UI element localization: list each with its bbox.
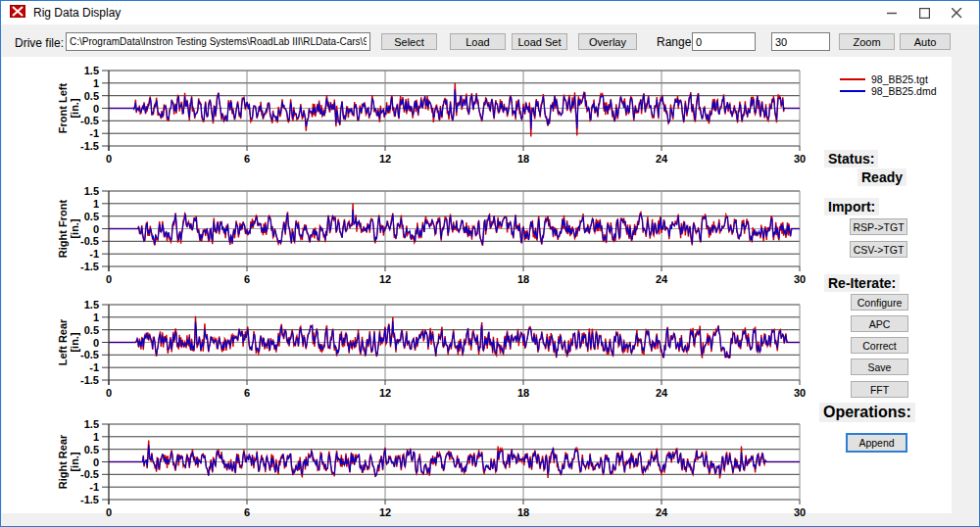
range-to-input[interactable] xyxy=(771,32,830,51)
svg-text:1: 1 xyxy=(93,311,99,323)
legend-item-dmd: 98_BB25.dmd xyxy=(840,85,937,97)
configure-button[interactable]: Configure xyxy=(851,294,908,311)
svg-text:Left Rear[in.]: Left Rear[in.] xyxy=(57,318,80,365)
svg-text:-1.5: -1.5 xyxy=(80,261,99,272)
svg-text:1.5: 1.5 xyxy=(84,185,99,197)
svg-text:0.5: 0.5 xyxy=(84,90,99,102)
svg-text:-0.5: -0.5 xyxy=(80,468,99,480)
chart-front-left[interactable]: 1.510.50-0.5-1-1.50612182430Front Left[i… xyxy=(30,60,814,180)
chart-right-rear[interactable]: 1.510.50-0.5-1-1.50612182430Right Rear[i… xyxy=(30,413,814,527)
select-button[interactable]: Select xyxy=(381,33,437,50)
zoom-button[interactable]: Zoom xyxy=(839,33,895,50)
svg-text:18: 18 xyxy=(517,506,529,518)
rsp-to-tgt-button[interactable]: RSP->TGT xyxy=(850,218,907,235)
svg-text:30: 30 xyxy=(794,506,806,518)
svg-text:-1.5: -1.5 xyxy=(80,494,99,505)
minimize-button[interactable] xyxy=(876,1,908,24)
svg-text:1.5: 1.5 xyxy=(84,299,99,311)
svg-text:18: 18 xyxy=(517,273,529,285)
svg-text:1.5: 1.5 xyxy=(84,418,99,430)
svg-text:30: 30 xyxy=(794,153,806,165)
reiterate-label: Re-Iterate: xyxy=(824,274,900,292)
app-icon xyxy=(10,4,25,22)
correct-button[interactable]: Correct xyxy=(851,337,908,354)
svg-text:0: 0 xyxy=(106,273,112,285)
apc-button[interactable]: APC xyxy=(851,315,908,332)
load-button[interactable]: Load xyxy=(450,33,506,50)
svg-text:-1: -1 xyxy=(89,127,99,139)
svg-text:0.5: 0.5 xyxy=(84,324,99,336)
range-label: Range: xyxy=(657,35,695,49)
minimize-icon xyxy=(887,8,898,19)
drive-file-label: Drive file: xyxy=(15,36,64,50)
svg-text:-1.5: -1.5 xyxy=(80,374,99,386)
svg-text:0: 0 xyxy=(93,337,99,349)
titlebar: Rig Data Display xyxy=(1,1,979,24)
fft-button[interactable]: FFT xyxy=(851,381,908,398)
svg-text:6: 6 xyxy=(244,153,250,165)
operations-label: Operations: xyxy=(819,403,915,422)
svg-text:-0.5: -0.5 xyxy=(80,349,99,360)
svg-text:0: 0 xyxy=(106,387,112,399)
append-button[interactable]: Append xyxy=(846,433,907,453)
chart-left-rear[interactable]: 1.510.50-0.5-1-1.50612182430Left Rear[in… xyxy=(30,294,814,414)
svg-text:1: 1 xyxy=(93,198,99,210)
svg-text:1: 1 xyxy=(93,431,99,443)
svg-text:24: 24 xyxy=(656,273,668,285)
svg-text:0: 0 xyxy=(93,103,99,115)
auto-button[interactable]: Auto xyxy=(900,33,951,50)
svg-text:24: 24 xyxy=(656,387,668,399)
svg-text:Right Rear[in.]: Right Rear[in.] xyxy=(57,434,80,489)
maximize-icon xyxy=(919,8,930,19)
svg-text:1: 1 xyxy=(93,77,99,89)
load-set-button[interactable]: Load Set xyxy=(512,33,567,50)
svg-text:6: 6 xyxy=(244,387,250,399)
svg-text:0.5: 0.5 xyxy=(84,444,99,455)
maximize-button[interactable] xyxy=(908,1,941,24)
app-window: Rig Data Display Drive file: Select Load… xyxy=(0,0,980,527)
save-button[interactable]: Save xyxy=(851,359,908,375)
svg-text:1.5: 1.5 xyxy=(84,65,99,76)
svg-text:-0.5: -0.5 xyxy=(80,235,99,247)
svg-text:18: 18 xyxy=(517,153,529,165)
svg-text:6: 6 xyxy=(244,273,250,285)
chart-right-front[interactable]: 1.510.50-0.5-1-1.50612182430Right Front[… xyxy=(30,180,814,301)
svg-text:Right Front[in.]: Right Front[in.] xyxy=(57,200,80,259)
tgt-line-swatch-icon xyxy=(840,78,865,80)
svg-text:24: 24 xyxy=(656,506,668,518)
svg-text:18: 18 xyxy=(517,387,529,399)
svg-text:-1: -1 xyxy=(89,481,99,493)
svg-text:12: 12 xyxy=(379,273,391,285)
svg-text:12: 12 xyxy=(379,506,391,518)
svg-text:0: 0 xyxy=(93,456,99,468)
close-icon xyxy=(952,8,962,19)
status-value: Ready xyxy=(858,168,906,186)
svg-text:12: 12 xyxy=(379,153,391,165)
svg-text:12: 12 xyxy=(379,387,391,399)
legend-label-dmd: 98_BB25.dmd xyxy=(871,85,937,97)
svg-text:Front Left[in.]: Front Left[in.] xyxy=(57,83,80,134)
range-from-input[interactable] xyxy=(692,32,756,51)
svg-text:-0.5: -0.5 xyxy=(80,115,99,126)
toolbar: Drive file: Select Load Load Set Overlay… xyxy=(1,24,979,57)
svg-text:-1: -1 xyxy=(89,361,99,373)
svg-text:6: 6 xyxy=(244,506,250,518)
svg-text:-1: -1 xyxy=(89,248,99,260)
status-label: Status: xyxy=(824,150,878,168)
svg-text:30: 30 xyxy=(794,273,806,285)
legend-item-tgt: 98_BB25.tgt xyxy=(840,73,937,85)
window-title: Rig Data Display xyxy=(33,6,121,20)
chart-legend: 98_BB25.tgt 98_BB25.dmd xyxy=(840,73,937,97)
legend-label-tgt: 98_BB25.tgt xyxy=(871,73,928,85)
svg-text:0.5: 0.5 xyxy=(84,211,99,222)
svg-text:-1.5: -1.5 xyxy=(80,140,99,152)
overlay-button[interactable]: Overlay xyxy=(578,33,637,50)
close-button[interactable] xyxy=(941,1,973,24)
csv-to-tgt-button[interactable]: CSV->TGT xyxy=(850,241,907,258)
svg-text:0: 0 xyxy=(106,153,112,165)
svg-text:30: 30 xyxy=(794,387,806,399)
svg-text:24: 24 xyxy=(656,153,668,165)
dmd-line-swatch-icon xyxy=(840,90,865,92)
window-controls xyxy=(876,1,973,24)
drive-file-input[interactable] xyxy=(66,32,370,51)
